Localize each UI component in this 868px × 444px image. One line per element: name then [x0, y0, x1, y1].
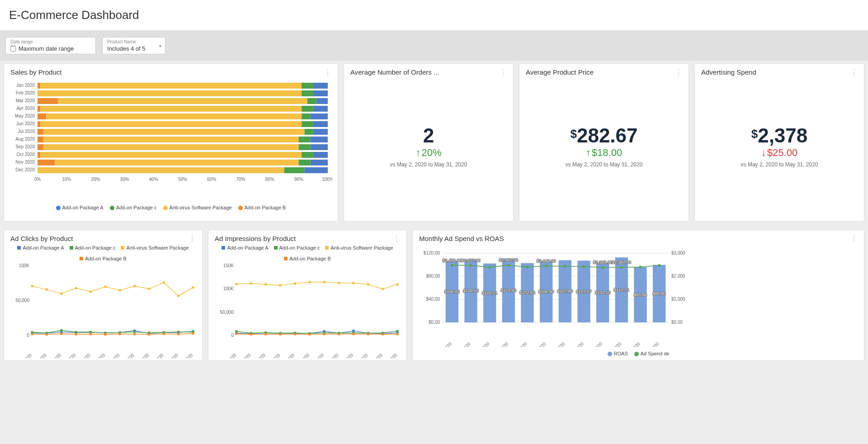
- svg-rect-177: [279, 284, 282, 287]
- svg-point-251: [658, 264, 660, 267]
- monthly-adspend-legend: ROASAd Spend de: [419, 351, 858, 356]
- avg-orders-title: Average Number of Orders ...: [350, 68, 439, 76]
- svg-rect-113: [75, 287, 77, 289]
- legend-item: Anti-virus Software Package: [325, 245, 393, 250]
- svg-rect-26: [38, 121, 40, 127]
- svg-point-238: [488, 266, 491, 269]
- svg-rect-119: [163, 281, 165, 283]
- svg-rect-105: [133, 331, 136, 333]
- svg-text:Jul 2020: Jul 2020: [309, 352, 325, 358]
- svg-text:Mar 2020: Mar 2020: [45, 352, 62, 358]
- dashboard-row-1: Sales by Product ⋮ Jan 2020Feb 2020Mar 2…: [0, 61, 868, 227]
- avg-orders-value: 2: [423, 124, 434, 147]
- svg-text:90%: 90%: [294, 177, 303, 182]
- page-header: E-Commerce Dashboard: [0, 0, 868, 31]
- kebab-icon[interactable]: ⋮: [393, 238, 400, 240]
- svg-rect-53: [299, 160, 311, 165]
- svg-rect-114: [90, 290, 92, 293]
- svg-text:$2,000: $2,000: [671, 274, 685, 279]
- svg-rect-34: [313, 129, 328, 135]
- svg-text:May 2020: May 2020: [74, 352, 91, 358]
- svg-text:May 2020: May 2020: [278, 352, 296, 358]
- svg-text:70%: 70%: [236, 177, 245, 182]
- svg-rect-126: [90, 333, 92, 335]
- kebab-icon[interactable]: ⋮: [850, 71, 858, 73]
- svg-rect-47: [40, 152, 302, 158]
- svg-text:$99.80: $99.80: [653, 291, 666, 296]
- svg-rect-115: [104, 286, 106, 288]
- svg-rect-183: [367, 283, 369, 286]
- svg-text:Jan 2020: Jan 2020: [436, 341, 453, 347]
- svg-rect-12: [58, 98, 307, 104]
- svg-text:Apr 2020: Apr 2020: [60, 352, 77, 358]
- svg-rect-21: [38, 113, 46, 119]
- svg-rect-158: [352, 330, 354, 332]
- svg-point-250: [639, 266, 642, 269]
- legend-item: ROAS: [608, 351, 628, 356]
- legend-item: Add-on Package B: [284, 256, 331, 261]
- calendar-icon: [10, 46, 16, 52]
- arrow-down-icon: ↓: [761, 147, 766, 159]
- svg-rect-127: [104, 333, 106, 335]
- svg-text:100K: 100K: [19, 263, 30, 268]
- svg-rect-18: [302, 106, 313, 112]
- card-avg-price: Average Product Price ⋮ $282.67 ↑$18.00 …: [519, 63, 689, 222]
- svg-rect-32: [43, 129, 305, 135]
- svg-text:20%: 20%: [91, 177, 100, 182]
- filter-date-range[interactable]: Date range Maximum date range: [5, 37, 96, 54]
- svg-text:Sep 2020: Sep 2020: [586, 341, 604, 347]
- svg-text:Sep 2020: Sep 2020: [15, 144, 35, 149]
- card-avg-orders: Average Number of Orders ... ⋮ 2 ↑20% vs…: [344, 63, 514, 222]
- kebab-icon[interactable]: ⋮: [500, 71, 507, 73]
- svg-point-241: [526, 266, 529, 269]
- svg-point-248: [620, 266, 623, 269]
- svg-point-244: [564, 265, 566, 268]
- svg-text:Mar 2020: Mar 2020: [249, 352, 266, 358]
- svg-text:$0.00: $0.00: [671, 320, 683, 325]
- svg-text:0%: 0%: [34, 177, 41, 182]
- kebab-icon[interactable]: ⋮: [675, 71, 682, 73]
- ad-clicks-legend: Add-on Package AAdd-on Package cAnti-vir…: [10, 245, 196, 261]
- svg-rect-112: [60, 293, 62, 295]
- filter-bar: Date range Maximum date range Product Na…: [0, 31, 868, 61]
- svg-rect-49: [313, 152, 328, 158]
- avg-orders-delta: ↑20%: [415, 147, 441, 159]
- svg-text:Apr 2020: Apr 2020: [493, 341, 509, 347]
- svg-text:Nov 2020: Nov 2020: [162, 352, 179, 358]
- sales-card-title: Sales by Product: [10, 68, 61, 76]
- svg-text:50,000: 50,000: [220, 310, 234, 315]
- kebab-icon[interactable]: ⋮: [850, 238, 858, 240]
- svg-rect-43: [299, 144, 311, 150]
- svg-text:Dec 2020: Dec 2020: [176, 352, 193, 358]
- svg-rect-4: [313, 83, 328, 89]
- svg-rect-110: [31, 285, 33, 287]
- kebab-icon[interactable]: ⋮: [189, 238, 196, 240]
- filter-product-name[interactable]: Product Name Includes 4 of 5 ▾: [102, 37, 165, 54]
- kebab-icon[interactable]: ⋮: [324, 71, 331, 73]
- svg-rect-108: [177, 331, 179, 333]
- card-ad-clicks: Ad Clicks by Product ⋮ Add-on Package AA…: [4, 230, 203, 361]
- svg-text:100%: 100%: [322, 177, 332, 182]
- svg-text:40%: 40%: [149, 177, 158, 182]
- svg-rect-188: [264, 333, 267, 335]
- svg-text:Feb 2020: Feb 2020: [16, 90, 35, 95]
- svg-text:$120.00: $120.00: [424, 250, 440, 255]
- filter-product-name-value: Includes 4 of 5: [107, 45, 146, 52]
- svg-rect-162: [236, 330, 238, 332]
- svg-rect-133: [192, 332, 194, 335]
- svg-rect-24: [310, 113, 328, 119]
- svg-text:$2,448.00: $2,448.00: [537, 258, 556, 263]
- svg-rect-130: [148, 333, 150, 335]
- svg-rect-123: [46, 333, 48, 335]
- ad-spend-title: Advertising Spend: [701, 68, 756, 76]
- legend-item: Add-on Package B: [80, 256, 127, 261]
- svg-rect-194: [352, 333, 354, 335]
- ad-spend-delta: ↓$25.00: [761, 147, 797, 159]
- svg-rect-189: [279, 333, 282, 335]
- svg-point-245: [583, 265, 585, 268]
- svg-text:Jan 2020: Jan 2020: [16, 83, 35, 88]
- legend-item: Add-on Package B: [238, 205, 286, 210]
- svg-rect-33: [305, 129, 313, 135]
- ad-clicks-chart: 050,000100KJan 2020Feb 2020Mar 2020Apr 2…: [10, 263, 196, 359]
- svg-point-242: [545, 265, 547, 267]
